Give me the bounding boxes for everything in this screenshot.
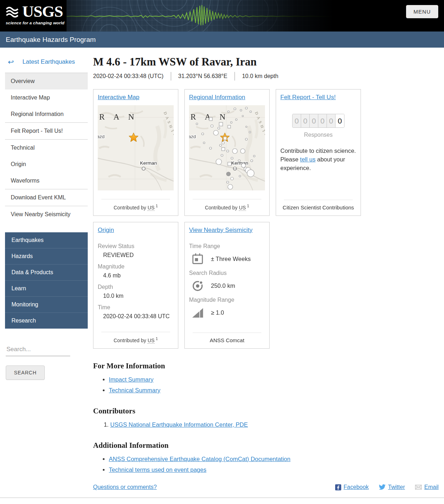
technical-terms-link[interactable]: Technical terms used on event pages [109,466,206,473]
regional-information-link[interactable]: Regional Information [189,94,245,101]
sidebar-item-felt-report[interactable]: Felt Report - Tell Us! [5,122,88,139]
feedback-row: Questions or comments? Facebook Twitt [93,484,439,490]
sidebar-item-technical[interactable]: Technical [5,139,88,156]
sidebar-item-waveforms[interactable]: Waveforms [5,173,88,189]
back-arrow-icon: ↩ [8,58,14,66]
twitter-link[interactable]: Twitter [379,484,405,490]
anss-comcat-label: ANSS Comcat [189,333,265,344]
field-value: 2020-02-24 00:33:48 UTC [103,313,174,320]
sidebar-item-regional-information[interactable]: Regional Information [5,106,88,122]
field-value: REVIEWED [103,252,174,258]
sidebar-item-nearby-seismicity[interactable]: View Nearby Seismicity [5,206,88,223]
magnitude-range-value: ≥ 1.0 [211,309,224,316]
radius-icon [192,280,204,292]
interactive-map-link[interactable]: Interactive Map [98,94,139,101]
felt-report-link[interactable]: Felt Report - Tell Us! [280,94,336,101]
comcat-docs-link[interactable]: ANSS Comprehensive Earthquake Catalog (C… [109,456,290,462]
nearby-seismicity-card: View Nearby Seismicity Time Range [184,222,270,349]
nav-item-research[interactable]: Research [5,313,88,329]
field-label: Review Status [98,243,174,249]
section-heading-additional: Additional Information [93,441,439,450]
field-label: Search Radius [189,270,265,276]
interactive-map-thumbnail[interactable] [98,105,174,190]
neic-pde-link[interactable]: USGS National Earthquake Information Cen… [110,421,248,428]
email-link[interactable]: Email [415,484,439,490]
meta-separator [171,72,171,81]
program-bar: Earthquake Hazards Program [0,32,444,48]
search-button[interactable]: SEARCH [6,365,45,380]
odometer-digit: 0 [327,114,336,127]
search-radius-value: 250.0 km [211,282,235,289]
field-label: Magnitude [98,263,174,270]
odometer-digit: 0 [318,114,327,127]
facebook-link[interactable]: Facebook [335,484,369,490]
back-link[interactable]: Latest Earthquakes [23,58,75,66]
odometer-digit: 0 [301,114,310,127]
interactive-map-card: Interactive Map Contributed byUS1 [93,89,178,216]
field-value: 4.6 mb [103,272,174,279]
event-meta: 2020-02-24 00:33:48 (UTC) 31.203°N 56.63… [93,72,439,81]
facebook-icon [335,484,341,490]
felt-report-text: Contribute to citizen science. Please te… [280,147,356,173]
social-links: Facebook Twitter Email [335,484,439,490]
back-link-row[interactable]: ↩ Latest Earthquakes [5,53,88,73]
impact-summary-link[interactable]: Impact Summary [109,376,154,383]
site-nav: Earthquakes Hazards Data & Products Lear… [5,232,88,329]
page-title: M 4.6 - 17km WSW of Ravar, Iran [93,55,439,68]
sidebar-item-download-kml[interactable]: Download Event KML [5,189,88,206]
regional-map-thumbnail[interactable] [189,105,265,190]
usgs-logo: USGS science for a changing world [0,0,67,32]
felt-report-card: Felt Report - Tell Us! 0 0 0 0 0 0 Respo… [276,89,361,216]
meta-separator [235,72,235,81]
sidebar-item-origin[interactable]: Origin [5,156,88,173]
list-item: Technical Summary [109,387,439,394]
origin-card: Origin Review Status REVIEWED Magnitude … [93,222,178,349]
nav-item-learn[interactable]: Learn [5,281,88,297]
contributor-abbr: US [239,205,246,211]
sidebar-item-interactive-map[interactable]: Interactive Map [5,89,88,106]
odometer-digit: 0 [310,114,318,127]
more-info-list: Impact Summary Technical Summary [93,376,439,394]
usgs-wave-icon [6,6,20,18]
sidebar-item-overview[interactable]: Overview [5,73,88,89]
sidebar: ↩ Latest Earthquakes Overview Interactiv… [5,53,88,490]
contributor-abbr: US [148,205,154,211]
section-heading-more-info: For More Information [93,362,439,370]
site-header: USGS science for a changing world MENU [0,0,444,32]
twitter-icon [379,484,386,490]
technical-summary-link[interactable]: Technical Summary [109,387,160,393]
regional-information-card: Regional Information [184,89,270,216]
list-item: ANSS Comprehensive Earthquake Catalog (C… [109,456,439,462]
search-input[interactable] [6,344,70,356]
list-item: USGS National Earthquake Information Cen… [110,421,439,428]
list-item: Technical terms used on event pages [109,466,439,473]
nav-item-earthquakes[interactable]: Earthquakes [5,232,88,248]
list-item: Impact Summary [109,376,439,383]
nav-item-hazards[interactable]: Hazards [5,248,88,265]
seismograph-banner [67,0,333,32]
field-label: Depth [98,284,174,290]
responses-odometer: 0 0 0 0 0 0 [292,114,344,128]
tell-us-link[interactable]: tell us [300,156,315,163]
contributed-by: Contributed byUS1 [189,199,265,211]
contributed-by: Contributed byUS1 [98,332,174,344]
responses-label: Responses [280,132,356,138]
event-depth: 10.0 km depth [242,73,278,79]
logo-tagline: science for a changing world [6,21,67,25]
field-label: Time [98,304,174,311]
contributors-list: USGS National Earthquake Information Cen… [93,421,439,428]
nav-item-monitoring[interactable]: Monitoring [5,297,88,313]
origin-link[interactable]: Origin [98,227,114,234]
event-datetime: 2020-02-24 00:33:48 (UTC) [93,73,164,79]
questions-comments-link[interactable]: Questions or comments? [93,484,157,490]
content-layout: ↩ Latest Earthquakes Overview Interactiv… [0,48,444,490]
page-root: USGS science for a changing world MENU E… [0,0,444,504]
time-range-value: ± Three Weeks [211,256,251,262]
citizen-scientist-label: Citizen Scientist Contributions [280,200,356,211]
field-value: 10.0 km [103,293,174,299]
event-coordinates: 31.203°N 56.638°E [178,73,227,79]
menu-button[interactable]: MENU [406,5,438,18]
additional-info-list: ANSS Comprehensive Earthquake Catalog (C… [93,456,439,473]
nearby-seismicity-link[interactable]: View Nearby Seismicity [189,227,252,234]
nav-item-data-products[interactable]: Data & Products [5,265,88,281]
